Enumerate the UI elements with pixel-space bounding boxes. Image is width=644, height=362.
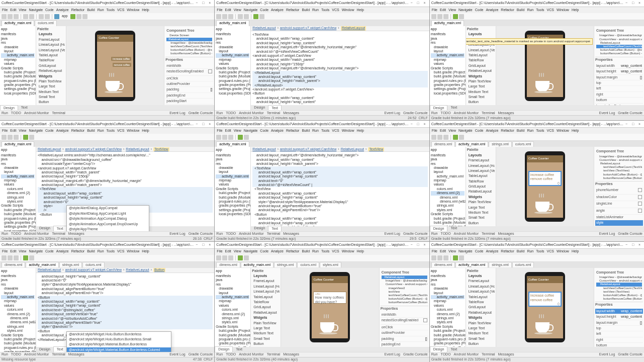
menubar[interactable]: FileEditViewNavigateCodeAnalyzeRefactorB… <box>0 7 214 13</box>
warning-tooltip: The resource @dimen/abc_text_size_headli… <box>466 38 593 45</box>
design-preview[interactable]: Coffee Counter increase coffee remove co… <box>66 26 164 105</box>
design-tab[interactable]: Design <box>0 105 18 111</box>
code-editor[interactable]: <TextView android:layout_width="wrap_con… <box>251 31 429 105</box>
maximize-icon[interactable]: □ <box>200 1 206 6</box>
text-tab[interactable]: Text <box>18 105 31 110</box>
project-panel[interactable]: app manifests java res drawable layout a… <box>0 26 36 105</box>
palette-panel[interactable]: Palette Layouts FrameLayout LinearLayout… <box>36 26 66 105</box>
device-frame: Coffee Counter increase coffee remove co… <box>95 31 135 101</box>
window-title: CoffeeCounterDesignedStart - [C:\Users\s… <box>2 1 194 5</box>
status-bar <box>0 115 214 120</box>
editor-tabs[interactable]: activity_main.xmlcolors.xml <box>0 20 214 26</box>
autocomplete-popup[interactable]: @style/AlertDialog.AppCompat @style/Aler… <box>66 205 149 231</box>
close-icon[interactable]: × <box>207 1 213 6</box>
run-button[interactable] <box>70 14 75 19</box>
main-toolbar[interactable]: app <box>0 13 214 20</box>
minimize-icon[interactable]: − <box>194 1 200 6</box>
properties-panel[interactable]: Component Tree Device Screen RelativeLay… <box>164 26 214 105</box>
